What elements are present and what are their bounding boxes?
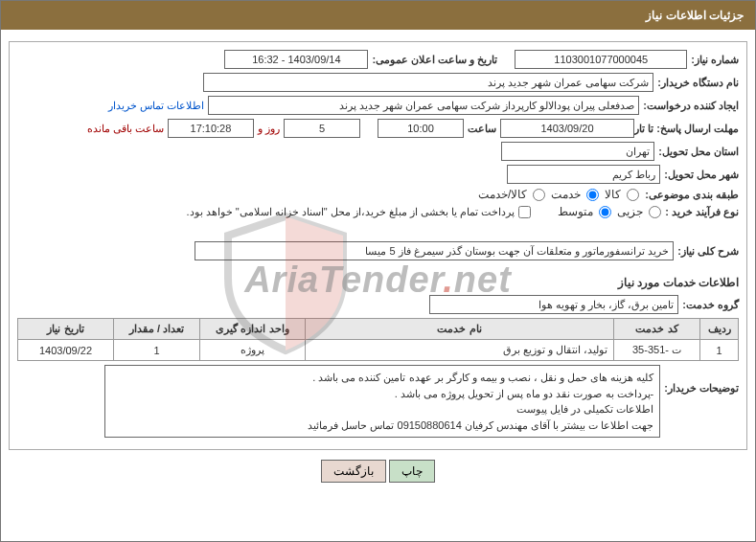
requester-label: ایجاد کننده درخواست:: [643, 100, 739, 112]
td-name: تولید، انتقال و توزیع برق: [306, 340, 614, 361]
type-medium-radio[interactable]: [599, 206, 611, 218]
response-date-value: 1403/09/20: [500, 119, 634, 138]
buyer-org-value: شرکت سهامی عمران شهر جدید پرند: [203, 73, 653, 92]
purchase-type-label: نوع فرآیند خرید :: [665, 206, 739, 218]
delivery-city-value: رباط کریم: [507, 165, 660, 184]
table-row: 1 ت -351-35 تولید، انتقال و توزیع برق پر…: [18, 340, 739, 361]
buyer-notes-value: کلیه هزینه های حمل و نقل ، نصب و بیمه و …: [104, 365, 660, 438]
subject-category-label: طبقه بندی موضوعی:: [645, 189, 739, 201]
category-goods-radio[interactable]: [627, 189, 639, 201]
th-row: ردیف: [700, 319, 739, 340]
summary-label: شرح کلی نیاز:: [677, 245, 739, 258]
buyer-org-label: نام دستگاه خریدار:: [657, 77, 739, 89]
td-date: 1403/09/22: [18, 340, 114, 361]
category-service-label: خدمت: [551, 188, 581, 201]
category-goods-label: کالا: [605, 188, 621, 201]
type-medium-label: متوسط: [558, 205, 593, 218]
td-qty: 1: [114, 340, 200, 361]
td-row: 1: [700, 340, 739, 361]
announce-datetime-label: تاریخ و ساعت اعلان عمومی:: [372, 54, 497, 66]
service-group-label: گروه خدمت:: [682, 299, 739, 311]
th-date: تاریخ نیاز: [18, 319, 114, 340]
category-goods-service-label: کالا/خدمت: [478, 188, 527, 201]
announce-datetime-value: 1403/09/14 - 16:32: [224, 50, 368, 69]
td-code: ت -351-35: [614, 340, 700, 361]
th-code: کد خدمت: [614, 319, 700, 340]
type-minor-radio[interactable]: [649, 206, 661, 218]
td-unit: پروژه: [200, 340, 306, 361]
time-left-value: 17:10:28: [168, 119, 254, 138]
partial-payment-checkbox[interactable]: [518, 206, 531, 218]
page-title: جزئیات اطلاعات نیاز: [1, 1, 755, 30]
days-and-label: روز و: [258, 123, 280, 135]
delivery-province-value: تهران: [501, 142, 654, 161]
remaining-label: ساعت باقی مانده: [87, 123, 164, 135]
th-unit: واحد اندازه گیری: [200, 319, 306, 340]
hour-label: ساعت: [468, 123, 496, 135]
main-fieldset: شماره نیاز: 1103001077000045 تاریخ و ساع…: [9, 41, 747, 450]
service-group-value: تامین برق، گاز، بخار و تهویه هوا: [429, 295, 678, 314]
category-goods-service-radio[interactable]: [533, 189, 545, 201]
delivery-province-label: استان محل تحویل:: [658, 146, 739, 158]
th-name: نام خدمت: [306, 319, 614, 340]
back-button[interactable]: بازگشت: [321, 460, 386, 483]
partial-payment-label: پرداخت تمام یا بخشی از مبلغ خرید،از محل …: [187, 206, 515, 218]
services-table: ردیف کد خدمت نام خدمت واحد اندازه گیری ت…: [17, 318, 739, 361]
days-left-value: 5: [284, 119, 360, 138]
print-button[interactable]: چاپ: [389, 460, 435, 483]
category-service-radio[interactable]: [586, 189, 599, 201]
need-number-value: 1103001077000045: [515, 50, 687, 69]
buyer-notes-label: توضیحات خریدار:: [664, 365, 739, 395]
requester-value: صدفعلی پیران پودالالو کارپرداز شرکت سهام…: [208, 96, 639, 115]
summary-value: خرید ترانسفورماتور و متعلقات آن جهت بوست…: [195, 241, 674, 260]
type-minor-label: جزیی: [617, 205, 643, 218]
need-number-label: شماره نیاز:: [691, 54, 739, 66]
delivery-city-label: شهر محل تحویل:: [664, 169, 739, 181]
response-deadline-label: مهلت ارسال پاسخ: تا تاریخ:: [638, 123, 739, 135]
th-qty: تعداد / مقدار: [114, 319, 200, 340]
buyer-contact-link[interactable]: اطلاعات تماس خریدار: [108, 100, 204, 112]
services-info-heading: اطلاعات خدمات مورد نیاز: [17, 276, 739, 289]
response-hour-value: 10:00: [378, 119, 464, 138]
